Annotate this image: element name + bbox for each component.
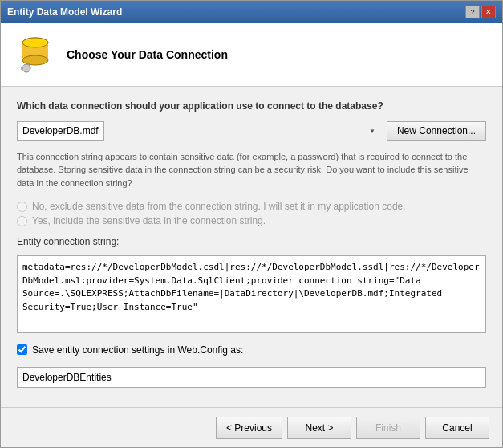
connection-dropdown-wrapper: DeveloperDB.mdf: [17, 121, 380, 141]
save-checkbox-text: Save entity connection settings in Web.C…: [32, 344, 243, 356]
window-title: Entity Data Model Wizard: [7, 6, 122, 18]
wizard-window: Entity Data Model Wizard ? ✕ Choose Your…: [0, 0, 503, 448]
radio-no-label: No, exclude sensitive data from the conn…: [32, 201, 406, 212]
title-bar-controls: ? ✕: [465, 6, 496, 18]
header-section: Choose Your Data Connection: [1, 23, 502, 87]
svg-point-3: [22, 38, 48, 47]
question-label: Which data connection should your applic…: [17, 100, 486, 113]
config-name-input[interactable]: [17, 367, 486, 388]
footer: < Previous Next > Finish Cancel: [1, 407, 502, 447]
radio-yes-input[interactable]: [17, 216, 27, 226]
svg-point-2: [22, 55, 48, 65]
help-button[interactable]: ?: [465, 6, 480, 18]
previous-button[interactable]: < Previous: [216, 417, 282, 439]
title-bar: Entity Data Model Wizard ? ✕: [1, 1, 502, 23]
sensitive-data-text: This connection string appears to contai…: [17, 150, 486, 190]
save-checkbox[interactable]: [17, 344, 27, 355]
radio-no-input[interactable]: [17, 202, 27, 212]
connection-row: DeveloperDB.mdf New Connection...: [17, 121, 486, 141]
radio-yes-label: Yes, include the sensitive data in the c…: [32, 215, 266, 226]
close-button[interactable]: ✕: [481, 6, 496, 18]
new-connection-button[interactable]: New Connection...: [387, 121, 486, 141]
save-row: Save entity connection settings in Web.C…: [17, 344, 486, 356]
cancel-button[interactable]: Cancel: [425, 417, 489, 439]
save-checkbox-label[interactable]: Save entity connection settings in Web.C…: [17, 344, 243, 356]
finish-button[interactable]: Finish: [356, 417, 420, 439]
radio-yes-item[interactable]: Yes, include the sensitive data in the c…: [17, 215, 486, 226]
title-bar-left: Entity Data Model Wizard: [7, 6, 122, 18]
database-icon: [15, 35, 55, 75]
connection-dropdown[interactable]: DeveloperDB.mdf: [17, 121, 104, 141]
next-button[interactable]: Next >: [287, 417, 351, 439]
radio-no-item[interactable]: No, exclude sensitive data from the conn…: [17, 201, 486, 212]
header-title: Choose Your Data Connection: [67, 48, 228, 61]
entity-conn-label: Entity connection string:: [17, 236, 486, 247]
connection-string-textarea[interactable]: metadata=res://*/DeveloperDbModel.csdl|r…: [17, 255, 486, 333]
main-content: Which data connection should your applic…: [1, 87, 502, 407]
radio-group: No, exclude sensitive data from the conn…: [17, 201, 486, 226]
svg-rect-6: [21, 67, 23, 70]
